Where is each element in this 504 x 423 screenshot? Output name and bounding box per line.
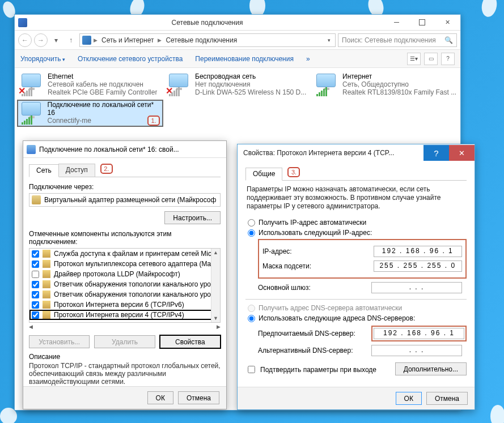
connection-device: D-Link DWA-525 Wireless N 150 D... xyxy=(195,88,306,96)
component-row[interactable]: Служба доступа к файлам и принтерам сете… xyxy=(29,249,220,259)
input-mask[interactable]: 255 . 255 . 255 . 0 xyxy=(374,260,462,272)
component-icon xyxy=(43,250,50,258)
radio-label: Использовать следующие адреса DNS-сервер… xyxy=(259,314,415,322)
radio-label: Получить адрес DNS-сервера автоматически xyxy=(259,304,402,312)
input-ip[interactable]: 192 . 168 . 96 . 1 xyxy=(374,246,462,257)
input-dns1[interactable]: 192 . 168 . 96 . 1 xyxy=(374,328,464,339)
connection-device: Connectify-me xyxy=(48,117,162,125)
window-buttons xyxy=(384,16,460,29)
input-gateway[interactable]: . . . xyxy=(371,282,462,293)
chevron-down-icon[interactable]: ▾ xyxy=(50,34,62,46)
component-row-tcpipv4[interactable]: Протокол Интернета версии 4 (TCP/IPv4) xyxy=(29,310,220,320)
input-dns2[interactable]: . . . xyxy=(371,345,462,356)
component-checkbox[interactable] xyxy=(32,291,39,298)
overflow-chevron[interactable]: » xyxy=(306,55,310,63)
dialog-footer: ОК Отмена xyxy=(23,386,226,409)
connection-item-wireless[interactable]: ✕ Беспроводная сеть Нет подключения D-Li… xyxy=(164,71,311,99)
connection-status: Сетевой кабель не подключен xyxy=(48,80,157,88)
component-row[interactable]: Ответчик обнаружения топологии канальног… xyxy=(29,279,220,289)
minimize-button[interactable] xyxy=(384,16,409,29)
radio-label: Получить IP-адрес автоматически xyxy=(259,219,366,227)
component-icon xyxy=(43,260,50,268)
component-label: Протокол Интернета версии 4 (TCP/IPv4) xyxy=(54,311,184,319)
radio-label: Использовать следующий IP-адрес: xyxy=(259,229,372,237)
adapter-field: Виртуальный адаптер размещенной сети (Ма… xyxy=(29,193,221,207)
adapter-icon xyxy=(32,195,41,204)
component-row[interactable]: Протокол мультиплексора сетевого адаптер… xyxy=(29,259,220,269)
forward-button[interactable]: → xyxy=(34,33,48,47)
tab-network[interactable]: Сеть xyxy=(29,164,59,177)
component-checkbox[interactable] xyxy=(32,311,39,319)
radio-ip-manual[interactable]: Использовать следующий IP-адрес: xyxy=(248,229,467,237)
component-label: Ответчик обнаружения топологии канальног… xyxy=(54,290,211,298)
command-bar: Упорядочить Отключение сетевого устройст… xyxy=(15,50,460,68)
maximize-button[interactable] xyxy=(409,16,435,29)
connection-item-internet[interactable]: Интернет Сеть, Общедоступно Realtek RTL8… xyxy=(312,71,458,99)
tab-general[interactable]: Общие xyxy=(245,168,282,181)
component-icon xyxy=(43,290,50,298)
connection-device: Realtek RTL8139/810x Family Fast ... xyxy=(342,88,456,96)
component-row[interactable]: Протокол Интернета версии 6 (TCP/IPv6) xyxy=(29,300,220,310)
breadcrumb-seg[interactable]: Сеть и Интернет xyxy=(100,36,155,44)
description-text: Протокол TCP/IP - стандартный протокол г… xyxy=(29,362,221,386)
close-button[interactable] xyxy=(435,16,460,29)
configure-button[interactable]: Настроить... xyxy=(164,211,221,224)
view-mode-button[interactable]: ☰▾ xyxy=(407,53,421,65)
component-checkbox[interactable] xyxy=(32,250,39,258)
scroll-down-icon[interactable]: ▼ xyxy=(213,314,218,322)
confirm-checkbox[interactable] xyxy=(248,366,255,373)
radio-input[interactable] xyxy=(248,315,255,322)
ok-button[interactable]: ОК xyxy=(147,391,173,404)
tabs: Сеть Доступ 2. xyxy=(29,164,221,177)
component-checkbox[interactable] xyxy=(32,301,39,309)
up-button[interactable]: ↑ xyxy=(65,34,77,46)
help-button[interactable]: ? xyxy=(441,53,455,65)
breadcrumb-dropdown[interactable]: ▾ xyxy=(325,37,333,43)
cancel-button[interactable]: Отмена xyxy=(426,392,468,405)
connections-list: ✕ Ethernet Сетевой кабель не подключен R… xyxy=(15,68,460,130)
close-button[interactable]: ✕ xyxy=(449,145,475,161)
component-row[interactable]: Драйвер протокола LLDP (Майкрософт) xyxy=(29,269,220,279)
scroll-right-icon[interactable]: ▶ xyxy=(217,324,221,330)
scrollbar[interactable]: ▲▼ xyxy=(211,249,220,322)
breadcrumb[interactable]: ▶ Сеть и Интернет ▶ Сетевые подключения … xyxy=(79,33,336,47)
component-checkbox[interactable] xyxy=(32,271,39,278)
back-button[interactable]: ← xyxy=(18,33,32,47)
properties-button[interactable]: Свойства xyxy=(160,335,221,348)
ip-fields-highlight: IP-адрес:192 . 168 . 96 . 1 Маска подсет… xyxy=(258,239,467,279)
radio-input[interactable] xyxy=(248,229,255,237)
component-row[interactable]: Ответчик обнаружения топологии канальног… xyxy=(29,289,220,300)
breadcrumb-seg[interactable]: Сетевые подключения xyxy=(164,36,239,44)
label-gateway: Основной шлюз: xyxy=(258,284,371,292)
radio-input[interactable] xyxy=(248,219,255,227)
organize-menu[interactable]: Упорядочить xyxy=(20,55,65,63)
details-pane-button[interactable]: ▭ xyxy=(424,53,438,65)
remove-button[interactable]: Удалить xyxy=(94,335,155,348)
search-input[interactable]: Поиск: Сетевые подключения 🔍 xyxy=(338,33,457,47)
ipv4-properties-dialog: Свойства: Протокол Интернета версии 4 (T… xyxy=(237,144,475,410)
dialog-titlebar: Подключение по локальной сети* 16: свой.… xyxy=(23,141,226,158)
scroll-left-icon[interactable]: ◀ xyxy=(29,324,33,330)
connection-item-local16[interactable]: Подключение по локальной сети* 16 Connec… xyxy=(17,100,163,127)
component-checkbox[interactable] xyxy=(32,281,39,288)
connection-item-ethernet[interactable]: ✕ Ethernet Сетевой кабель не подключен R… xyxy=(17,71,163,99)
advanced-button[interactable]: Дополнительно... xyxy=(395,362,467,375)
scroll-up-icon[interactable]: ▲ xyxy=(213,249,218,257)
label-mask: Маска подсети: xyxy=(262,262,374,270)
component-checkbox[interactable] xyxy=(32,260,39,268)
radio-dns-manual[interactable]: Использовать следующие адреса DNS-сервер… xyxy=(248,314,467,322)
tab-access[interactable]: Доступ xyxy=(58,164,95,177)
radio-input xyxy=(248,305,255,312)
window-icon xyxy=(18,18,27,27)
rename-connection-link[interactable]: Переименование подключения xyxy=(195,55,294,63)
address-bar: ← → ▾ ↑ ▶ Сеть и Интернет ▶ Сетевые подк… xyxy=(15,31,460,50)
install-button[interactable]: Установить... xyxy=(29,335,90,348)
connection-properties-dialog: Подключение по локальной сети* 16: свой.… xyxy=(23,140,227,409)
help-button[interactable]: ? xyxy=(423,145,449,161)
ok-button[interactable]: ОК xyxy=(396,392,422,405)
location-icon xyxy=(82,36,91,45)
radio-ip-auto[interactable]: Получить IP-адрес автоматически xyxy=(248,219,467,227)
disable-device-link[interactable]: Отключение сетевого устройства xyxy=(78,55,183,63)
cancel-button[interactable]: Отмена xyxy=(178,391,219,404)
network-adapter-icon: ✕ xyxy=(18,72,45,97)
